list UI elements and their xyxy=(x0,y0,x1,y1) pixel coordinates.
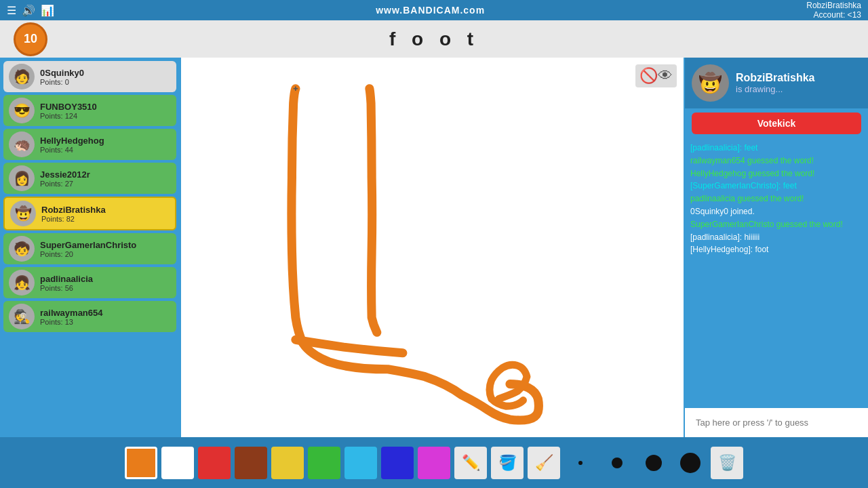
player-info: RobziBratishka Points: 82 xyxy=(41,205,106,223)
word-display: f o o t xyxy=(389,28,479,50)
player-avatar: 👩 xyxy=(9,165,35,191)
color-swatch[interactable] xyxy=(418,447,450,479)
chat-line: [SuperGamerIanChristo]: feet xyxy=(690,180,863,192)
color-swatch[interactable] xyxy=(271,447,304,479)
player-item[interactable]: 🕵️ railwayman654 Points: 13 xyxy=(3,301,176,332)
player-name: SuperGamerIanChristo xyxy=(40,240,136,250)
color-swatch[interactable] xyxy=(125,447,157,479)
player-item[interactable]: 👩 Jessie2012r Points: 27 xyxy=(3,163,176,194)
dot-xlarge[interactable] xyxy=(674,447,707,479)
drawer-name: RobziBratishka xyxy=(736,72,814,84)
player-list: 🧑 0Squinky0 Points: 0 😎 FUNBOY3510 Point… xyxy=(0,58,180,437)
chat-line: padlinaalicia guessed the word! xyxy=(690,193,863,205)
username-label: RobziBratishka xyxy=(806,1,861,10)
player-name: 0Squinky0 xyxy=(40,68,84,78)
color-swatch[interactable] xyxy=(198,447,231,479)
player-name: RobziBratishka xyxy=(41,205,106,215)
chat-messages: [padlinaalicia]: feetrailwayman654 guess… xyxy=(685,138,868,408)
player-info: Jessie2012r Points: 27 xyxy=(40,169,90,188)
timer-display: 10 xyxy=(14,22,47,56)
eraser-tool[interactable]: 🧹 xyxy=(528,447,560,479)
drawer-text: RobziBratishka is drawing... xyxy=(736,72,814,94)
canvas-area: 🚫👁 xyxy=(181,58,684,437)
chat-line: [padlinaalicia]: feet xyxy=(690,142,863,154)
word-bar: 10 f o o t xyxy=(0,20,868,58)
player-avatar: 🧒 xyxy=(9,236,35,262)
right-panel: 🤠 RobziBratishka is drawing... Votekick … xyxy=(685,58,868,437)
player-item[interactable]: 🧑 0Squinky0 Points: 0 xyxy=(3,61,176,92)
player-avatar: 🧑 xyxy=(9,64,35,89)
main-layout: 🧑 0Squinky0 Points: 0 😎 FUNBOY3510 Point… xyxy=(0,58,868,437)
drawer-status: is drawing... xyxy=(736,84,814,94)
votekick-button[interactable]: Votekick xyxy=(692,113,861,134)
player-avatar: 👧 xyxy=(9,270,35,296)
player-points: Points: 44 xyxy=(40,146,104,154)
player-points: Points: 56 xyxy=(40,284,93,292)
hamburger-icon[interactable]: ☰ xyxy=(7,4,16,17)
color-swatch[interactable] xyxy=(381,447,414,479)
watermark: www.BANDICAM.com xyxy=(376,5,485,16)
color-swatch[interactable] xyxy=(235,447,267,479)
chat-line: [HellyHedgehog]: foot xyxy=(690,244,863,256)
player-points: Points: 0 xyxy=(40,78,84,86)
color-swatch[interactable] xyxy=(308,447,340,479)
chat-line: HellyHedgehog guessed the word! xyxy=(690,168,863,180)
player-points: Points: 13 xyxy=(40,318,103,326)
player-points: Points: 124 xyxy=(40,112,97,120)
chart-icon[interactable]: 📊 xyxy=(41,4,54,17)
player-item[interactable]: 🤠 RobziBratishka Points: 82 xyxy=(3,197,176,230)
dot-medium[interactable] xyxy=(601,447,633,479)
dot-large[interactable] xyxy=(637,447,670,479)
player-info: padlinaalicia Points: 56 xyxy=(40,274,93,292)
player-avatar: 🦔 xyxy=(9,131,35,157)
account-label: Account: <13 xyxy=(806,10,861,20)
player-item[interactable]: 👧 padlinaalicia Points: 56 xyxy=(3,267,176,298)
top-bar-left: ☰ 🔊 📊 xyxy=(7,4,54,17)
drawer-info: 🤠 RobziBratishka is drawing... xyxy=(685,58,868,108)
guess-input-area[interactable] xyxy=(685,408,868,437)
drawing-canvas[interactable] xyxy=(181,58,684,437)
drawer-avatar: 🤠 xyxy=(692,64,729,102)
color-swatch[interactable] xyxy=(344,447,377,479)
player-info: railwayman654 Points: 13 xyxy=(40,308,103,326)
player-avatar: 🤠 xyxy=(10,201,36,226)
player-info: 0Squinky0 Points: 0 xyxy=(40,68,84,86)
pencil-tool[interactable]: ✏️ xyxy=(454,447,487,479)
player-name: HellyHedgehog xyxy=(40,136,104,146)
guess-input[interactable] xyxy=(689,412,864,433)
player-avatar: 😎 xyxy=(9,98,35,123)
player-points: Points: 82 xyxy=(41,215,106,223)
chat-line: SuperGamerIanChristo guessed the word! xyxy=(690,219,863,230)
fill-tool[interactable]: 🪣 xyxy=(491,447,524,479)
hide-icon[interactable]: 🚫👁 xyxy=(635,64,677,87)
player-info: SuperGamerIanChristo Points: 20 xyxy=(40,240,136,258)
chat-line: [padlinaalicia]: hiiiiii xyxy=(690,232,863,243)
player-points: Points: 20 xyxy=(40,250,136,258)
player-item[interactable]: 🦔 HellyHedgehog Points: 44 xyxy=(3,129,176,160)
player-info: HellyHedgehog Points: 44 xyxy=(40,136,104,154)
speaker-icon[interactable]: 🔊 xyxy=(22,4,35,17)
dot-small[interactable] xyxy=(564,447,597,479)
player-name: Jessie2012r xyxy=(40,169,90,180)
trash-button[interactable]: 🗑️ xyxy=(711,447,743,479)
top-bar: ☰ 🔊 📊 www.BANDICAM.com RobziBratishka Ac… xyxy=(0,0,868,20)
player-info: FUNBOY3510 Points: 124 xyxy=(40,102,97,120)
player-name: FUNBOY3510 xyxy=(40,102,97,112)
player-avatar: 🕵️ xyxy=(9,304,35,329)
color-swatch[interactable] xyxy=(161,447,194,479)
player-item[interactable]: 😎 FUNBOY3510 Points: 124 xyxy=(3,95,176,126)
user-info: RobziBratishka Account: <13 xyxy=(806,1,861,20)
player-points: Points: 27 xyxy=(40,180,90,188)
chat-line: railwayman654 guessed the word! xyxy=(690,155,863,167)
bottom-toolbar: ✏️🪣🧹🗑️ xyxy=(0,437,868,488)
player-name: railwayman654 xyxy=(40,308,103,318)
chat-line: 0Squinky0 joined. xyxy=(690,206,863,218)
player-item[interactable]: 🧒 SuperGamerIanChristo Points: 20 xyxy=(3,233,176,264)
player-name: padlinaalicia xyxy=(40,274,93,284)
